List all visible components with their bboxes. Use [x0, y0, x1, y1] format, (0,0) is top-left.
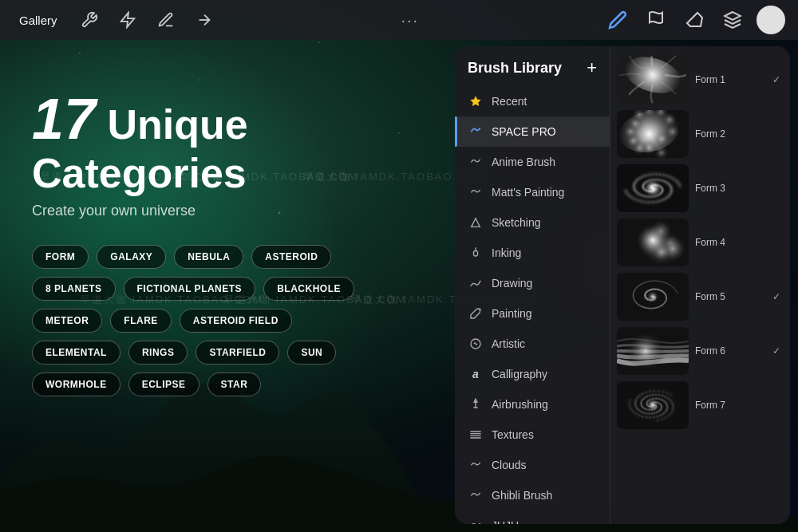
- category-icon: [468, 245, 484, 261]
- brush-check-5: ✓: [772, 291, 780, 302]
- category-icon: [468, 487, 484, 503]
- tag-wormhole[interactable]: WORMHOLE: [32, 372, 120, 396]
- brush-list: Form 1✓Form 2Form 3Form 4Form 5✓Form 6✓F…: [610, 46, 790, 524]
- svg-marker-2: [725, 12, 741, 20]
- headline: 17 Unique Categories: [32, 88, 367, 196]
- category-icon: [468, 184, 484, 200]
- brush-item-4[interactable]: Form 4: [610, 215, 790, 270]
- brush-label-4: Form 4: [695, 237, 780, 248]
- brush-label-2: Form 2: [695, 128, 780, 140]
- add-brush-button[interactable]: +: [587, 59, 597, 77]
- category-label: Ghibli Brush: [492, 489, 552, 502]
- tag-sun[interactable]: SUN: [287, 341, 336, 365]
- category-icon: [468, 275, 484, 291]
- arrow-icon[interactable]: [192, 7, 217, 33]
- brush-label-5: Form 5: [695, 291, 766, 302]
- brush-item-1[interactable]: Form 1✓: [610, 53, 790, 107]
- tag-asteroid-field[interactable]: ASTEROID FIELD: [180, 309, 292, 333]
- brush-item-7[interactable]: Form 7: [610, 378, 790, 432]
- tag-rings[interactable]: RINGS: [128, 341, 188, 365]
- brush-item-2[interactable]: Form 2: [610, 107, 790, 161]
- brush-check-6: ✓: [772, 345, 780, 357]
- category-icon: [468, 457, 484, 473]
- tag-starfield[interactable]: STARFIELD: [196, 341, 279, 365]
- category-label: Sketching: [492, 216, 540, 229]
- category-matt-s-painting[interactable]: Matt's Painting: [455, 177, 610, 207]
- brush-item-5[interactable]: Form 5✓: [610, 270, 790, 324]
- category-drawing[interactable]: Drawing: [455, 268, 610, 298]
- wrench-icon[interactable]: [77, 7, 102, 33]
- category-juju[interactable]: JUJU: [455, 510, 610, 524]
- brush-label-6: Form 6: [695, 345, 766, 357]
- pencil-icon[interactable]: [603, 6, 632, 34]
- brush-thumbnail-7: [617, 381, 689, 429]
- category-calligraphy[interactable]: aCalligraphy: [455, 359, 610, 389]
- category-label: Drawing: [492, 277, 532, 290]
- brush-categories-list: RecentSPACE PROAnime BrushMatt's Paintin…: [455, 86, 610, 524]
- category-label: JUJU: [492, 519, 519, 524]
- brush-thumbnail-3: [617, 164, 689, 212]
- brush-thumbnail-4: [617, 219, 689, 266]
- brush-panel-title: Brush Library: [468, 60, 562, 77]
- tag-form[interactable]: FORM: [32, 245, 89, 269]
- stroke-icon[interactable]: [153, 7, 179, 33]
- category-label: Recent: [492, 95, 527, 108]
- tag-asteroid[interactable]: ASTEROID: [251, 245, 331, 269]
- gallery-button[interactable]: Gallery: [13, 10, 64, 30]
- category-anime-brush[interactable]: Anime Brush: [455, 147, 610, 177]
- tag-fictional-planets[interactable]: FICTIONAL PLANETS: [124, 277, 256, 301]
- category-painting[interactable]: Painting: [455, 298, 610, 329]
- category-icon: [468, 305, 484, 321]
- category-label: SPACE PRO: [492, 125, 556, 138]
- category-icon: [468, 154, 484, 170]
- brush-panel-header: Brush Library +: [455, 46, 610, 86]
- category-icon: [468, 336, 484, 352]
- category-icon: [468, 518, 484, 524]
- tag-galaxy[interactable]: GALAXY: [97, 245, 166, 269]
- brush-categories-panel: Brush Library + RecentSPACE PROAnime Bru…: [455, 46, 610, 524]
- subtitle: Create your own universe: [32, 203, 367, 219]
- brush-thumbnail-5: [617, 273, 689, 321]
- tag-8-planets[interactable]: 8 PLANETS: [32, 277, 116, 301]
- category-textures[interactable]: Textures: [455, 420, 610, 450]
- category-label: Airbrushing: [492, 398, 548, 411]
- svg-marker-3: [470, 96, 480, 106]
- category-ghibli-brush[interactable]: Ghibli Brush: [455, 480, 610, 510]
- lightning-icon[interactable]: [115, 7, 140, 33]
- tags-container: FORMGALAXYNEBULAASTEROID8 PLANETSFICTION…: [32, 245, 367, 396]
- tag-blackhole[interactable]: BLACKHOLE: [263, 277, 354, 301]
- brush-item-3[interactable]: Form 3: [610, 161, 790, 215]
- brush-label-3: Form 3: [695, 183, 780, 194]
- category-label: Matt's Painting: [492, 186, 564, 199]
- category-label: Painting: [492, 307, 532, 320]
- smudge-icon[interactable]: [642, 6, 670, 34]
- category-label: Clouds: [492, 459, 527, 471]
- brush-item-6[interactable]: Form 6✓: [610, 324, 790, 378]
- category-sketching[interactable]: Sketching: [455, 207, 610, 238]
- category-clouds[interactable]: Clouds: [455, 450, 610, 480]
- toolbar-left: Gallery: [13, 7, 217, 33]
- tag-meteor[interactable]: METEOR: [32, 309, 102, 333]
- eraser-icon[interactable]: [680, 6, 709, 34]
- svg-marker-0: [120, 13, 134, 27]
- tag-star[interactable]: STAR: [207, 372, 262, 396]
- category-artistic[interactable]: Artistic: [455, 329, 610, 359]
- brush-label-1: Form 1: [695, 74, 766, 85]
- category-space-pro[interactable]: SPACE PRO: [455, 116, 610, 147]
- category-icon: [468, 215, 484, 231]
- more-options-button[interactable]: ···: [401, 11, 419, 30]
- category-inking[interactable]: Inking: [455, 238, 610, 268]
- layers-icon[interactable]: [718, 6, 747, 34]
- category-airbrushing[interactable]: Airbrushing: [455, 389, 610, 420]
- tag-flare[interactable]: FLARE: [110, 309, 172, 333]
- toolbar-center: ···: [217, 11, 603, 30]
- brush-thumbnail-2: [617, 110, 689, 158]
- svg-point-4: [473, 250, 477, 256]
- tag-nebula[interactable]: NEBULA: [174, 245, 243, 269]
- tag-elemental[interactable]: ELEMENTAL: [32, 341, 120, 365]
- category-icon: [468, 124, 484, 140]
- avatar-button[interactable]: [757, 6, 785, 34]
- category-recent[interactable]: Recent: [455, 86, 610, 116]
- tag-eclipse[interactable]: ECLIPSE: [128, 372, 200, 396]
- category-label: Textures: [492, 428, 534, 441]
